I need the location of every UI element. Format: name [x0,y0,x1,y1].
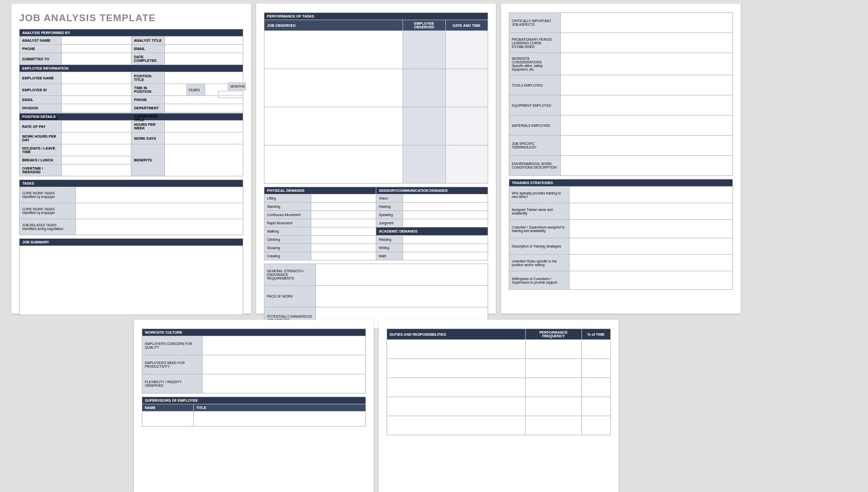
page-3: CRITICALLY IMPORTANT JOB ASPECTS PROBATI… [501,4,741,314]
page-1: JOB ANALYSIS TEMPLATE ANALYSIS PERFORMED… [11,4,251,314]
job-summary: JOB SUMMARY [19,238,243,315]
page-5: DUTIES AND RESPONSIBILITIESPERFORMANCE F… [379,320,619,492]
general-requirements: GENERAL STRENGTH / ENDURANCE REQUIREMENT… [264,264,488,329]
supervisors: SUPERVISORS OF EMPLOYEE NAMETITLE [142,397,366,427]
worksite-culture: WORKSITE CULTURE EMPLOYER'S CONCERN FOR … [142,329,366,393]
position-details: POSITION DETAILS RATE OF PAYHOURS PER WE… [19,113,243,176]
demands: PHYSICAL DEMANDSSENSORY/COMMUNICATION DE… [264,187,488,260]
performance-tasks: PERFORMANCE OF TASKS JOB OBSERVEDEMPLOYE… [264,12,488,184]
tasks: TASKS CORE WORK TASKS Identified by empl… [19,179,243,235]
page-4: WORKSITE CULTURE EMPLOYER'S CONCERN FOR … [134,320,374,492]
job-aspects-list: CRITICALLY IMPORTANT JOB ASPECTS PROBATI… [509,12,733,176]
training-strategies: TRAINING STRATEGIES Who typically provid… [509,179,733,290]
analysis-performed-by: ANALYSIS PERFORMED BY ANALYST NAMEANALYS… [19,29,243,65]
doc-title: JOB ANALYSIS TEMPLATE [19,12,243,24]
page-2: PERFORMANCE OF TASKS JOB OBSERVEDEMPLOYE… [256,4,496,314]
duties-responsibilities: DUTIES AND RESPONSIBILITIESPERFORMANCE F… [387,329,611,435]
